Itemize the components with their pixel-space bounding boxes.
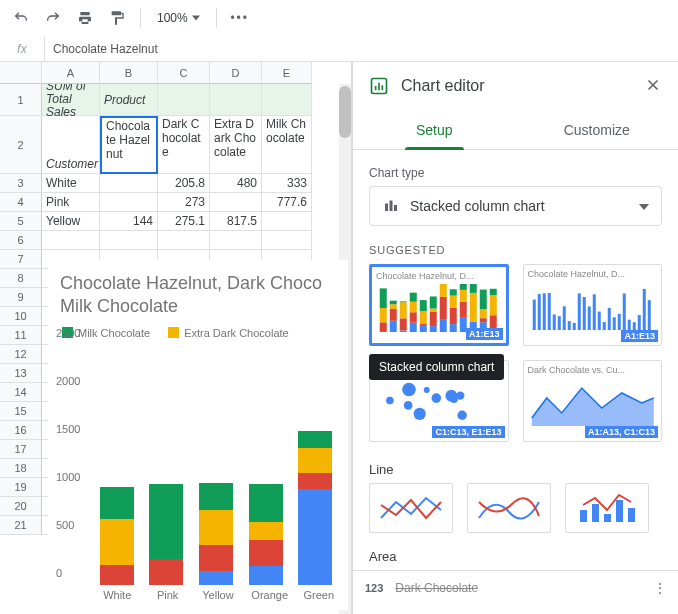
row-header[interactable]: 6 (0, 231, 42, 250)
row-header[interactable]: 2 (0, 116, 42, 174)
cell[interactable]: Chocolate Hazelnut (100, 116, 158, 174)
svg-rect-71 (627, 320, 630, 330)
row-header[interactable]: 14 (0, 383, 42, 402)
row-header[interactable]: 10 (0, 307, 42, 326)
corner-cell[interactable] (0, 62, 42, 84)
svg-rect-52 (532, 300, 535, 330)
cell[interactable] (42, 231, 100, 250)
row-header[interactable]: 21 (0, 516, 42, 535)
cell[interactable]: SUM of Total Sales (42, 84, 100, 116)
cell[interactable] (262, 231, 312, 250)
svg-rect-26 (430, 308, 437, 311)
cell[interactable] (210, 193, 262, 212)
panel-tabs: Setup Customize (353, 110, 678, 150)
svg-rect-62 (582, 297, 585, 330)
tab-setup[interactable]: Setup (353, 110, 516, 149)
cell[interactable] (210, 84, 262, 116)
cell[interactable]: 144 (100, 212, 158, 231)
svg-rect-6 (380, 308, 387, 322)
cell[interactable] (158, 231, 210, 250)
row-header[interactable]: 20 (0, 497, 42, 516)
row-header[interactable]: 15 (0, 402, 42, 421)
svg-rect-43 (470, 284, 477, 293)
row-header[interactable]: 13 (0, 364, 42, 383)
row-header[interactable]: 3 (0, 174, 42, 193)
cell[interactable] (262, 212, 312, 231)
row-header[interactable]: 9 (0, 288, 42, 307)
line-chart-option-1[interactable] (369, 483, 453, 533)
paint-format-button[interactable] (104, 5, 130, 31)
cell[interactable]: White (42, 174, 100, 193)
cell[interactable]: 333 (262, 174, 312, 193)
cell[interactable]: Yellow (42, 212, 100, 231)
line-chart-option-3[interactable] (565, 483, 649, 533)
chart-editor-icon (369, 76, 389, 96)
row-header[interactable]: 17 (0, 440, 42, 459)
redo-button[interactable] (40, 5, 66, 31)
cell[interactable]: 480 (210, 174, 262, 193)
toolbar: 100% ••• (0, 0, 678, 36)
svg-rect-61 (577, 293, 580, 330)
row-header[interactable]: 11 (0, 326, 42, 345)
svg-point-83 (457, 410, 466, 419)
svg-rect-16 (410, 323, 417, 332)
cell[interactable] (262, 84, 312, 116)
cell[interactable]: Extra Dark Chocolate (210, 116, 262, 174)
cell[interactable] (100, 231, 158, 250)
cell[interactable]: 777.6 (262, 193, 312, 212)
suggested-charts: Chocolate Hazelnut, D... A1:E13 Chocolat… (369, 264, 662, 442)
svg-rect-1 (385, 203, 388, 211)
cell[interactable]: 275.1 (158, 212, 210, 231)
row-header[interactable]: 8 (0, 269, 42, 288)
cell[interactable]: 273 (158, 193, 210, 212)
row-header[interactable]: 19 (0, 478, 42, 497)
row-header[interactable]: 16 (0, 421, 42, 440)
row-header[interactable]: 1 (0, 84, 42, 116)
column-header[interactable]: A (42, 62, 100, 84)
suggested-chart-4[interactable]: Dark Chocolate vs. Cu... A1:A13, C1:C13 (523, 360, 663, 442)
print-button[interactable] (72, 5, 98, 31)
cell[interactable] (100, 174, 158, 193)
svg-rect-55 (547, 293, 550, 330)
svg-rect-47 (480, 290, 487, 310)
cell[interactable]: Customer (42, 116, 100, 174)
spreadsheet: ABCDE 1SUM of Total SalesProduct2Custome… (0, 62, 352, 614)
cell[interactable]: 817.5 (210, 212, 262, 231)
svg-rect-59 (567, 321, 570, 330)
close-button[interactable] (644, 76, 662, 97)
svg-rect-15 (400, 301, 407, 302)
row-header[interactable]: 12 (0, 345, 42, 364)
fx-value[interactable]: Chocolate Hazelnut (45, 42, 158, 56)
row-header[interactable]: 5 (0, 212, 42, 231)
cell[interactable]: Product (100, 84, 158, 116)
sheet-tab[interactable]: Dark Chocolate (395, 581, 478, 595)
column-header[interactable]: E (262, 62, 312, 84)
column-header[interactable]: D (210, 62, 262, 84)
column-header[interactable]: C (158, 62, 210, 84)
cell[interactable]: Pink (42, 193, 100, 212)
row-header[interactable]: 4 (0, 193, 42, 212)
row-header[interactable]: 7 (0, 250, 42, 269)
cell[interactable]: Milk Chocolate (262, 116, 312, 174)
tab-customize[interactable]: Customize (516, 110, 679, 149)
column-header[interactable]: B (100, 62, 158, 84)
column-headers: ABCDE (0, 62, 351, 84)
cell[interactable] (158, 84, 210, 116)
cell[interactable] (210, 231, 262, 250)
chart-type-select[interactable]: Stacked column chart (369, 186, 662, 226)
line-chart-option-2[interactable] (467, 483, 551, 533)
svg-point-76 (404, 401, 413, 410)
embedded-chart[interactable]: Chocolate Hazelnut, Dark ChocoMilk Choco… (48, 260, 348, 610)
suggested-chart-1[interactable]: Chocolate Hazelnut, D... A1:E13 (369, 264, 509, 346)
suggested-chart-2[interactable]: Chocolate Hazelnut, D... A1:E13 (523, 264, 663, 346)
more-button[interactable]: ••• (227, 5, 253, 31)
row-header[interactable]: 18 (0, 459, 42, 478)
svg-rect-3 (394, 205, 397, 211)
sheet-tab-menu[interactable]: ⋮ (654, 581, 666, 595)
cell[interactable] (100, 193, 158, 212)
caret-down-icon (639, 199, 649, 213)
undo-button[interactable] (8, 5, 34, 31)
cell[interactable]: Dark Chocolate (158, 116, 210, 174)
cell[interactable]: 205.8 (158, 174, 210, 193)
zoom-select[interactable]: 100% (151, 11, 206, 25)
